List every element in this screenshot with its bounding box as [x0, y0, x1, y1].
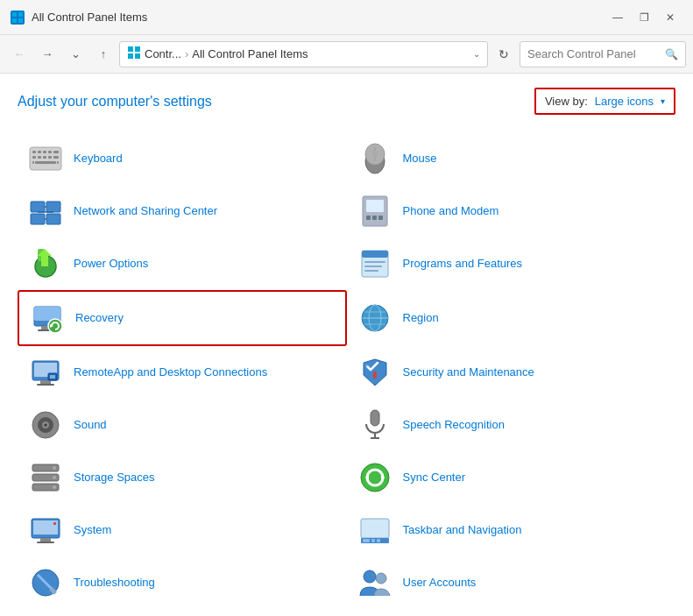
svg-rect-1 — [18, 12, 23, 17]
svg-rect-62 — [50, 375, 55, 379]
window-icon — [11, 11, 25, 25]
svg-rect-19 — [35, 161, 56, 164]
main-content: Adjust your computer's settings View by:… — [0, 74, 693, 616]
remoteapp-label: RemoteApp and Desktop Connections — [74, 365, 267, 380]
svg-rect-34 — [366, 200, 384, 212]
navigation-bar: ← → ⌄ ↑ Contr... › All Control Panel Ite… — [0, 35, 693, 74]
sync-icon — [357, 460, 392, 495]
item-troubleshoot[interactable]: Troubleshooting — [18, 556, 347, 609]
svg-rect-89 — [363, 539, 370, 542]
svg-rect-87 — [361, 519, 389, 538]
svg-rect-90 — [371, 539, 375, 542]
svg-rect-6 — [128, 53, 133, 59]
address-bar[interactable]: Contr... › All Control Panel Items ⌄ — [119, 41, 488, 67]
forward-button[interactable]: → — [35, 42, 60, 67]
svg-rect-14 — [32, 156, 36, 159]
item-power[interactable]: Power Options — [18, 237, 347, 290]
useraccounts-label: User Accounts — [403, 576, 477, 591]
view-by-control[interactable]: View by: Large icons ▾ — [534, 88, 675, 115]
mouse-label: Mouse — [403, 152, 437, 166]
maximize-button[interactable]: ❐ — [632, 7, 656, 28]
close-button[interactable]: ✕ — [658, 7, 682, 28]
item-keyboard[interactable]: Keyboard — [18, 132, 347, 185]
title-bar-left: All Control Panel Items — [11, 11, 147, 25]
item-region[interactable]: Region — [347, 290, 676, 346]
address-dropdown-arrow[interactable]: ⌄ — [473, 49, 480, 59]
item-recovery[interactable]: Recovery — [18, 290, 347, 346]
item-phone[interactable]: Phone and Modem — [347, 185, 676, 237]
recent-dropdown-button[interactable]: ⌄ — [63, 42, 88, 67]
svg-rect-10 — [38, 151, 41, 153]
item-storage[interactable]: Storage Spaces — [18, 451, 347, 504]
svg-rect-3 — [18, 18, 23, 23]
programs-label: Programs and Features — [403, 257, 523, 272]
items-grid: Keyboard Mouse — [18, 132, 675, 609]
mouse-icon — [357, 141, 392, 176]
svg-rect-84 — [40, 538, 51, 542]
svg-rect-91 — [377, 539, 380, 542]
network-icon — [28, 194, 63, 229]
item-sound[interactable]: Sound — [18, 399, 347, 451]
window-controls: — ❐ ✕ — [605, 7, 682, 28]
svg-rect-42 — [362, 251, 388, 258]
svg-rect-35 — [366, 216, 371, 220]
item-speech[interactable]: Speech Recognition — [347, 399, 676, 451]
svg-rect-11 — [43, 151, 46, 153]
svg-point-77 — [53, 476, 56, 479]
troubleshoot-label: Troubleshooting — [74, 576, 155, 591]
svg-rect-18 — [53, 156, 59, 159]
svg-rect-59 — [40, 380, 51, 384]
remoteapp-icon — [28, 355, 63, 390]
svg-rect-5 — [135, 46, 140, 52]
item-system[interactable]: System — [18, 504, 347, 556]
item-mouse[interactable]: Mouse — [347, 132, 676, 185]
svg-point-76 — [53, 466, 56, 470]
address-path1: Contr... — [145, 47, 181, 60]
programs-icon — [357, 246, 392, 281]
region-icon — [357, 301, 392, 336]
phone-icon — [357, 194, 392, 229]
address-icon — [127, 46, 141, 62]
item-taskbar[interactable]: Taskbar and Navigation — [347, 504, 676, 556]
item-security[interactable]: Security and Maintenance — [347, 346, 676, 399]
refresh-button[interactable]: ↻ — [491, 42, 516, 67]
svg-rect-16 — [43, 156, 46, 159]
item-remoteapp[interactable]: RemoteApp and Desktop Connections — [18, 346, 347, 399]
svg-rect-70 — [371, 410, 379, 426]
page-title: Adjust your computer's settings — [18, 94, 212, 110]
sound-label: Sound — [74, 418, 107, 433]
item-sync[interactable]: Sync Center — [347, 451, 676, 504]
security-icon — [357, 355, 392, 390]
back-button[interactable]: ← — [7, 42, 32, 67]
svg-rect-29 — [46, 214, 60, 224]
sync-label: Sync Center — [403, 471, 466, 485]
phone-label: Phone and Modem — [403, 204, 499, 219]
svg-rect-36 — [372, 216, 377, 220]
taskbar-icon — [357, 513, 392, 548]
search-input[interactable] — [527, 47, 661, 60]
minimize-button[interactable]: — — [605, 7, 630, 28]
title-bar: All Control Panel Items — ❐ ✕ — [0, 0, 693, 35]
recovery-label: Recovery — [75, 311, 124, 326]
item-network[interactable]: Network and Sharing Center — [18, 185, 347, 237]
svg-rect-43 — [364, 261, 385, 263]
view-by-label: View by: — [545, 95, 588, 108]
item-useraccounts[interactable]: User Accounts — [347, 556, 676, 609]
security-label: Security and Maintenance — [403, 365, 534, 380]
network-label: Network and Sharing Center — [74, 204, 217, 219]
search-bar[interactable]: 🔍 — [520, 41, 686, 67]
power-label: Power Options — [74, 257, 148, 272]
up-button[interactable]: ↑ — [91, 42, 116, 67]
svg-rect-60 — [37, 384, 54, 386]
svg-rect-2 — [12, 18, 17, 23]
svg-rect-64 — [373, 372, 377, 379]
svg-rect-44 — [364, 266, 382, 267]
svg-point-95 — [364, 570, 376, 583]
search-icon: 🔍 — [665, 48, 678, 60]
system-icon — [28, 513, 63, 548]
svg-rect-45 — [364, 270, 378, 272]
item-programs[interactable]: Programs and Features — [347, 237, 676, 290]
troubleshoot-icon — [28, 565, 63, 600]
svg-rect-7 — [135, 53, 140, 59]
svg-point-25 — [372, 151, 378, 158]
